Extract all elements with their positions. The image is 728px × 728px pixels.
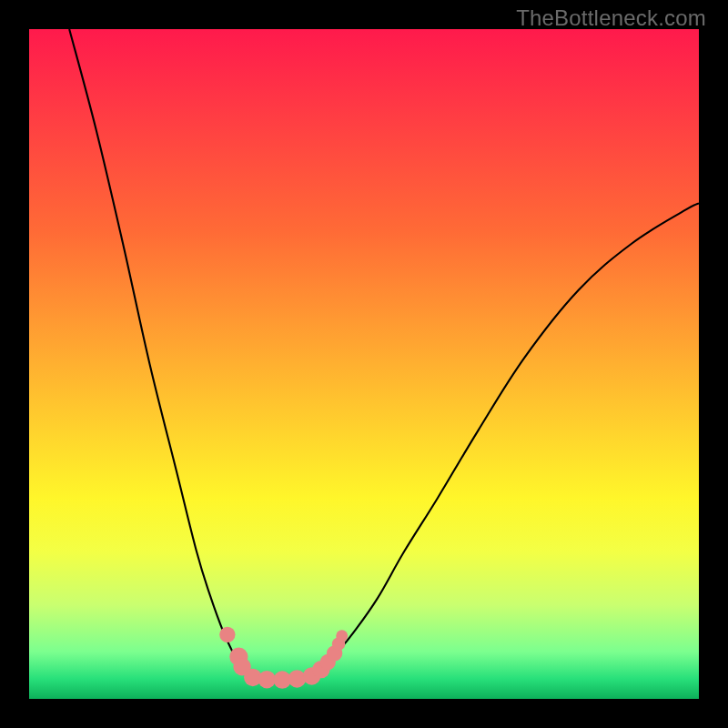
data-marker [288,670,306,687]
plot-area [29,29,699,699]
plot-svg [29,29,699,699]
data-marker [258,671,276,688]
data-marker [336,630,348,642]
data-marker [219,627,235,642]
watermark-text: TheBottleneck.com [516,5,706,31]
gradient-background [29,29,699,699]
chart-frame: TheBottleneck.com [0,0,728,728]
